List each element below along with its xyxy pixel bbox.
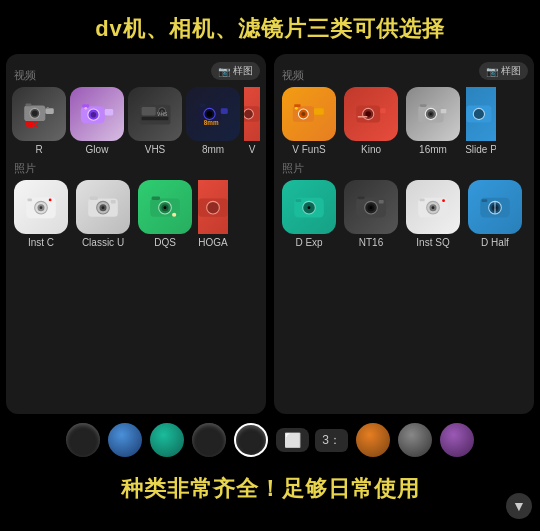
svg-rect-76 (379, 200, 384, 204)
svg-point-75 (370, 206, 373, 209)
bottom-title: 种类非常齐全！足够日常使用 (0, 466, 540, 518)
filter-dot-5[interactable] (234, 423, 268, 457)
svg-text:8mm: 8mm (204, 119, 219, 126)
list-item[interactable]: NT16 (342, 180, 400, 248)
camera-label: V FunS (292, 144, 325, 155)
svg-point-22 (207, 111, 213, 117)
svg-rect-5 (47, 107, 49, 109)
svg-rect-87 (482, 199, 488, 202)
filter-dot-4[interactable] (192, 423, 226, 457)
svg-rect-72 (358, 196, 365, 199)
right-sample-button[interactable]: 📷 样图 (479, 62, 528, 80)
camera-label: VHS (145, 144, 166, 155)
list-item[interactable]: VHS VHS (128, 87, 182, 155)
sample-icon-right: 📷 (486, 66, 498, 77)
camera-label: 16mm (419, 144, 447, 155)
gallery-button[interactable]: ⬜ (276, 428, 309, 452)
svg-rect-4 (45, 108, 53, 114)
svg-rect-59 (420, 104, 427, 107)
svg-rect-70 (296, 199, 302, 202)
main-area: 📷 样图 视频 REC (0, 54, 540, 414)
camera-label: 8mm (202, 144, 224, 155)
list-item[interactable]: REC R (12, 87, 66, 155)
svg-point-43 (164, 206, 167, 209)
svg-point-52 (295, 107, 298, 110)
list-item[interactable]: Inst C (12, 180, 70, 248)
filter-dot-3[interactable] (150, 423, 184, 457)
svg-rect-63 (441, 109, 447, 113)
list-item[interactable]: Inst SQ (404, 180, 462, 248)
list-item[interactable]: Slide P (466, 87, 496, 155)
svg-point-32 (49, 199, 52, 202)
list-item[interactable]: 8mm 8mm (186, 87, 240, 155)
svg-rect-20 (200, 103, 206, 107)
list-item[interactable]: D Half (466, 180, 524, 248)
list-item[interactable]: V (244, 87, 260, 155)
top-title: dv机、相机、滤镜片三类可供选择 (0, 0, 540, 54)
list-item[interactable]: DQS (136, 180, 194, 248)
svg-rect-48 (294, 104, 300, 107)
camera-label: Classic U (82, 237, 124, 248)
filter-dot-6[interactable] (356, 423, 390, 457)
svg-text:VHS: VHS (157, 112, 168, 117)
svg-rect-38 (111, 200, 116, 204)
list-item[interactable]: 16mm (404, 87, 462, 155)
svg-point-26 (244, 109, 253, 119)
camera-label: NT16 (359, 237, 383, 248)
svg-point-30 (40, 206, 43, 209)
svg-point-80 (432, 206, 435, 209)
svg-rect-31 (28, 199, 32, 202)
left-panel: 📷 样图 视频 REC (6, 54, 266, 414)
list-item[interactable]: Glow (70, 87, 124, 155)
right-sample-label: 样图 (501, 64, 521, 78)
svg-point-62 (430, 113, 432, 115)
camera-label: R (35, 144, 42, 155)
left-sample-button[interactable]: 📷 样图 (211, 62, 260, 80)
camera-label: Kino (361, 144, 381, 155)
filter-dot-1[interactable] (66, 423, 100, 457)
camera-label: Inst SQ (416, 237, 449, 248)
left-photo-grid: Inst C Classic (12, 180, 260, 248)
svg-point-10 (91, 112, 97, 118)
left-video-grid: REC R (12, 87, 260, 155)
svg-point-82 (442, 199, 445, 202)
camera-label: HOGA (198, 237, 227, 248)
right-photo-label: 照片 (282, 161, 528, 176)
right-panel: 📷 样图 视频 (274, 54, 534, 414)
filter-dot-8[interactable] (440, 423, 474, 457)
scroll-down-button[interactable]: ▼ (506, 493, 532, 519)
sample-icon: 📷 (218, 66, 230, 77)
counter: 3： (315, 429, 348, 452)
list-item[interactable]: HOGA (198, 180, 228, 248)
svg-rect-57 (358, 116, 368, 117)
svg-rect-14 (142, 107, 156, 115)
svg-rect-56 (380, 108, 386, 113)
svg-rect-1 (26, 103, 32, 106)
svg-point-50 (301, 112, 305, 116)
camera-label: Glow (86, 144, 109, 155)
svg-point-44 (172, 213, 176, 217)
bottom-controls: ⬜ 3： (276, 428, 348, 452)
left-sample-label: 样图 (233, 64, 253, 78)
svg-point-3 (32, 110, 38, 116)
camera-label: DQS (154, 237, 176, 248)
camera-label: V (249, 144, 256, 155)
svg-rect-15 (142, 117, 169, 121)
svg-rect-51 (314, 108, 324, 114)
svg-rect-23 (221, 108, 228, 114)
svg-rect-40 (152, 196, 160, 200)
list-item[interactable]: D Exp (280, 180, 338, 248)
svg-rect-34 (90, 196, 98, 200)
right-video-grid: V FunS Kino (280, 87, 528, 155)
filter-dot-2[interactable] (108, 423, 142, 457)
list-item[interactable]: Kino (342, 87, 400, 155)
list-item[interactable]: V FunS (280, 87, 338, 155)
svg-point-37 (102, 206, 105, 209)
filter-bar: ⬜ 3： (0, 414, 540, 466)
filter-dot-7[interactable] (398, 423, 432, 457)
svg-rect-81 (420, 199, 425, 202)
camera-label: D Exp (295, 237, 322, 248)
svg-point-69 (308, 206, 311, 209)
list-item[interactable]: Classic U (74, 180, 132, 248)
svg-point-46 (207, 201, 220, 214)
